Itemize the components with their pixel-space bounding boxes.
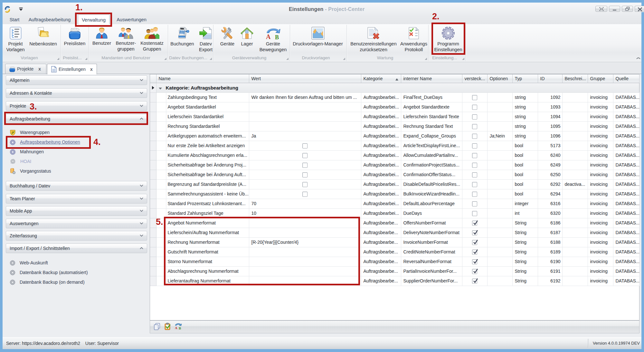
svg-text:B: B [275,34,279,40]
svg-text:B: B [179,326,181,330]
svg-text:A: A [266,33,271,40]
svg-text:A: A [175,326,177,330]
